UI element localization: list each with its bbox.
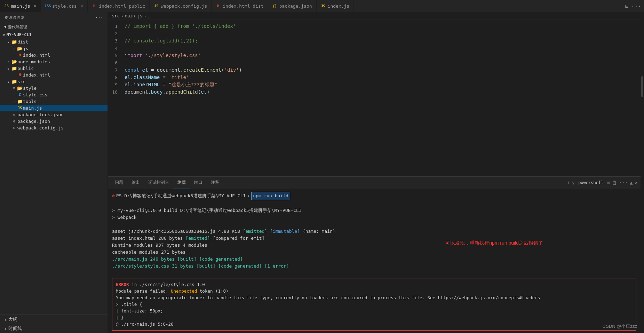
folder-icon4: 📁: [11, 66, 17, 71]
runtime-line: Runtime modules 937 bytes 4 modules: [112, 242, 636, 249]
js-file-icon2: ⊙: [11, 126, 17, 130]
html-file-icon: H: [17, 53, 23, 57]
tab-webpack-config[interactable]: JS webpack.config.js: [150, 0, 212, 12]
tree-item-main-js[interactable]: JS main.js: [0, 105, 108, 111]
tree-item-package-json-label: package.json: [17, 119, 50, 124]
tree-item-style-folder[interactable]: ∨ 📂 style: [0, 85, 108, 92]
line-num-3: 3: [111, 37, 125, 45]
terminal-tab-problems[interactable]: 问题: [111, 177, 127, 189]
build-line-2: > webpack: [112, 214, 636, 221]
breadcrumb-dots: …: [148, 14, 150, 18]
tree-item-webpack-config[interactable]: ⊙ webpack.config.js: [0, 125, 108, 131]
code-line-6: 6: [108, 59, 641, 66]
tree-item-index-html-public-label: index.html: [23, 72, 50, 78]
src-style-line: ./src/style/style.css 31 bytes [built] […: [112, 263, 636, 270]
sidebar-timeline[interactable]: › 时间线: [0, 324, 108, 333]
error-circle-icon: ⊗: [112, 192, 115, 199]
tab-js-icon: JS: [4, 3, 9, 8]
breadcrumb-sep1: ›: [121, 14, 124, 18]
delete-terminal-icon[interactable]: 🗑: [612, 180, 617, 185]
build-line-1: > my-vue-cli@1.0.0 build D:\博客笔记\手动通过web…: [112, 207, 636, 214]
terminal-tab-ports[interactable]: 端口: [190, 177, 207, 189]
right-scrollbar[interactable]: [641, 12, 644, 333]
chevron-down-icon2: ∨: [3, 33, 5, 37]
terminal-content[interactable]: ⊗ PS D:\博客笔记\手动通过webpack5搭建脚手架\MY-VUE-CL…: [108, 189, 641, 333]
chevron-down-icon-terminal[interactable]: ∨: [572, 180, 575, 185]
code-line-1: 1 // import { add } from './tools/index': [108, 23, 641, 30]
tree-item-style-css[interactable]: C style.css: [0, 92, 108, 98]
split-editor-icon[interactable]: ⊞: [625, 3, 628, 9]
error-box: ERROR in ./src/style/style.css 1:0 Modul…: [112, 278, 636, 331]
tab-index-html-public[interactable]: H index.html public: [88, 0, 150, 12]
tab-index-js-label: index.js: [328, 3, 350, 9]
terminal-tab-output[interactable]: 输出: [127, 177, 144, 189]
css-file-icon: C: [17, 93, 23, 97]
terminal-tab-debug[interactable]: 调试控制台: [144, 177, 173, 189]
sidebar-outline[interactable]: › 大纲: [0, 315, 108, 324]
tree-item-main-js-label: main.js: [23, 105, 42, 111]
code-line-7: 7 const el = document.createElement('div…: [108, 66, 641, 74]
maximize-terminal-icon[interactable]: ▲: [630, 180, 633, 185]
tree-item-public-label: public: [17, 66, 34, 71]
tree-item-package-lock[interactable]: ⊙ package-lock.json: [0, 111, 108, 118]
plus-icon[interactable]: +: [567, 180, 570, 185]
sidebar-project[interactable]: ∨ MY-VUE-CLI: [0, 31, 108, 39]
error-line-7: @ ./src/main.js 5:0-26: [116, 321, 633, 327]
sidebar-more-icon[interactable]: ···: [95, 15, 103, 20]
tree-item-dist-label: dist: [17, 39, 28, 45]
breadcrumb-sep2: ›: [144, 14, 146, 18]
line-content-10: document.body.appendChild(el): [125, 88, 638, 96]
tree-item-public[interactable]: ∨ 📁 public: [0, 65, 108, 72]
tree-item-js[interactable]: › 📂 js: [0, 45, 108, 52]
tab-close-icon[interactable]: ×: [34, 3, 37, 9]
chevron-down-icon6: ∨: [11, 86, 17, 90]
tab-index-html-dist[interactable]: H index.html dist: [212, 0, 268, 12]
sidebar-timeline-label: 时间线: [8, 325, 22, 332]
json-file-icon: ⊙: [11, 112, 17, 117]
terminal-tab-problems-label: 问题: [115, 180, 123, 185]
line-num-1: 1: [111, 23, 125, 30]
code-line-10: 10 document.body.appendChild(el): [108, 88, 641, 96]
sidebar-section-source[interactable]: ▼ 源代码管理: [0, 23, 108, 31]
code-editor[interactable]: 1 // import { add } from './tools/index'…: [108, 20, 641, 176]
error-line-2: Module parse failed: Unexpected token (1…: [116, 288, 633, 294]
editor-area: src › main.js › … 1 // import { add } fr…: [108, 12, 641, 333]
more-actions-icon[interactable]: ···: [631, 3, 641, 9]
code-line-9: 9 el.innerHTML = "这是小庄zzz的标题": [108, 81, 641, 88]
tree-item-node-modules[interactable]: › 📂 node_modules: [0, 58, 108, 65]
split-terminal-icon[interactable]: ⊞: [607, 180, 610, 185]
tab-package-json[interactable]: {} package.json: [268, 0, 317, 12]
tree-item-tools[interactable]: › 📁 tools: [0, 98, 108, 105]
code-line-3: 3 // console.log(add(1,2));: [108, 37, 641, 45]
tree-item-src[interactable]: ∨ 📁 src: [0, 78, 108, 85]
cacheable-line: cacheable modules 271 bytes: [112, 249, 636, 256]
tree-item-package-lock-label: package-lock.json: [17, 112, 64, 117]
close-terminal-icon[interactable]: ×: [635, 180, 638, 185]
tab-main-js[interactable]: JS main.js ×: [0, 0, 41, 12]
terminal-tab-terminal[interactable]: 终端: [173, 177, 190, 189]
asset-line-1: asset js/chunk-dd4c355806a068a38e15.js 4…: [112, 228, 636, 235]
tree-item-index-html-public[interactable]: H index.html: [0, 72, 108, 78]
asset-line-2: asset index.html 286 bytes [emitted] [co…: [112, 235, 636, 242]
chevron-down-icon3: ∨: [6, 40, 11, 44]
terminal-panel: 问题 输出 调试控制台 终端 端口 注释 +: [108, 176, 641, 333]
tab-style-css[interactable]: CSS style.css ×: [41, 0, 88, 12]
chevron-right-icon5: ›: [4, 326, 7, 331]
breadcrumb-src: src: [112, 14, 120, 18]
error-line-5: | font-size: 50px;: [116, 308, 633, 314]
folder-icon5: 📁: [11, 79, 17, 84]
tree-item-style-css-label: style.css: [23, 92, 47, 97]
tree-item-dist[interactable]: ∨ 📁 dist: [0, 39, 108, 45]
sidebar-project-label: MY-VUE-CLI: [7, 32, 32, 37]
chevron-right-icon3: ›: [11, 100, 17, 103]
chevron-right-icon2: ›: [6, 60, 11, 64]
tree-item-index-html-dist[interactable]: H index.html: [0, 52, 108, 58]
terminal-tab-comments[interactable]: 注释: [207, 177, 223, 189]
tab-index-js[interactable]: JS index.js: [317, 0, 354, 12]
sidebar-title-text: 资源管理器: [4, 15, 25, 20]
more-terminal-icon[interactable]: ···: [619, 180, 628, 185]
terminal-prompt-arrow: ›: [247, 192, 250, 199]
tab-close-icon2[interactable]: ×: [80, 3, 83, 9]
tree-item-package-json[interactable]: ⊙ package.json: [0, 118, 108, 125]
breadcrumb: src › main.js › …: [108, 12, 641, 20]
